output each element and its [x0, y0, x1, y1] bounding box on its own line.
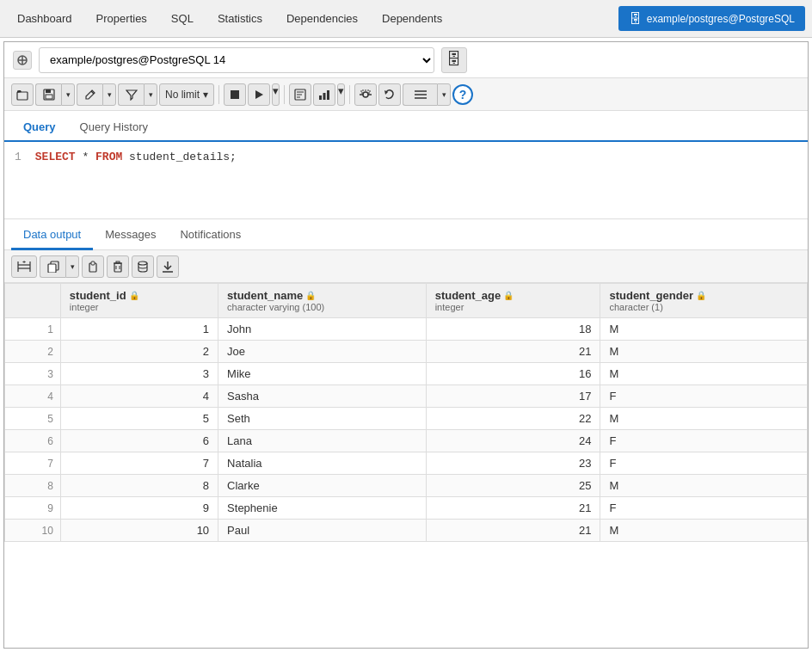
student-age-cell[interactable]: 22	[426, 408, 600, 430]
limit-select[interactable]: No limit ▾	[159, 83, 214, 106]
add-row-button[interactable]: +	[11, 255, 37, 278]
table-row[interactable]: 9 9 Stephenie 21 F	[5, 497, 808, 520]
table-row[interactable]: 2 2 Joe 21 M	[5, 341, 808, 363]
stop-button[interactable]	[224, 83, 246, 106]
nav-dashboard[interactable]: Dashboard	[7, 3, 83, 34]
tab-query-history[interactable]: Query History	[68, 114, 160, 142]
db-connect-icon[interactable]: 🗄	[441, 47, 467, 73]
student-name-cell[interactable]: Joe	[218, 341, 427, 363]
delete-row-button[interactable]	[107, 255, 129, 278]
student-name-cell[interactable]: Clarke	[218, 475, 427, 497]
student-gender-cell[interactable]: M	[600, 318, 808, 341]
connection-badge[interactable]: 🗄 example/postgres@PostgreSQL	[618, 6, 805, 31]
student-gender-cell[interactable]: M	[600, 363, 808, 385]
student-age-cell[interactable]: 21	[426, 520, 600, 542]
student-id-cell[interactable]: 1	[60, 318, 218, 341]
save-dropdown-arrow[interactable]: ▾	[61, 83, 75, 106]
run-button[interactable]	[248, 83, 270, 106]
download-button[interactable]	[157, 255, 179, 278]
student-gender-cell[interactable]: M	[600, 408, 808, 430]
filter-dropdown[interactable]: ▾	[118, 83, 157, 106]
student-name-cell[interactable]: Natalia	[218, 452, 427, 475]
student-id-cell[interactable]: 5	[60, 408, 218, 430]
save-button[interactable]	[35, 83, 61, 106]
analyze-button[interactable]	[313, 83, 335, 106]
nav-statistics[interactable]: Statistics	[207, 3, 273, 34]
student-age-cell[interactable]: 21	[426, 341, 600, 363]
student-gender-cell[interactable]: F	[600, 385, 808, 408]
nav-properties[interactable]: Properties	[86, 3, 157, 34]
nav-sql[interactable]: SQL	[161, 3, 204, 34]
student-age-cell[interactable]: 24	[426, 430, 600, 452]
sql-editor[interactable]: 1SELECT * FROM student_details;	[4, 142, 808, 219]
student-age-cell[interactable]: 17	[426, 385, 600, 408]
copy-button[interactable]	[40, 255, 65, 278]
options-button[interactable]	[403, 83, 437, 106]
tab-data-output[interactable]: Data output	[11, 221, 93, 250]
edit-dropdown-arrow[interactable]: ▾	[102, 83, 116, 106]
student-id-cell[interactable]: 9	[60, 497, 218, 520]
filter-dropdown-arrow[interactable]: ▾	[144, 83, 157, 106]
run-icon	[254, 89, 264, 100]
save-data-button[interactable]	[132, 255, 154, 278]
student-name-cell[interactable]: Lana	[218, 430, 427, 452]
student-name-cell[interactable]: Sasha	[218, 385, 427, 408]
edit-button[interactable]	[77, 83, 102, 106]
student-id-cell[interactable]: 3	[60, 363, 218, 385]
commit-button[interactable]	[354, 83, 377, 106]
student-gender-cell[interactable]: M	[600, 520, 808, 542]
analyze-dropdown-arrow[interactable]: ▾	[337, 83, 345, 106]
nav-dependencies[interactable]: Dependencies	[276, 3, 368, 34]
student-gender-cell[interactable]: F	[600, 452, 808, 475]
table-row[interactable]: 6 6 Lana 24 F	[5, 430, 808, 452]
connection-select[interactable]: example/postgres@PostgreSQL 14	[39, 47, 434, 73]
student-id-cell[interactable]: 4	[60, 385, 218, 408]
student-gender-cell[interactable]: F	[600, 430, 808, 452]
student-age-cell[interactable]: 16	[426, 363, 600, 385]
student-name-cell[interactable]: Mike	[218, 363, 427, 385]
plugin-icon[interactable]	[13, 51, 32, 70]
edit-dropdown[interactable]: ▾	[77, 83, 116, 106]
table-row[interactable]: 5 5 Seth 22 M	[5, 408, 808, 430]
student-name-cell[interactable]: Stephenie	[218, 497, 427, 520]
open-file-button[interactable]	[11, 83, 34, 106]
options-dropdown-arrow[interactable]: ▾	[437, 83, 451, 106]
table-row[interactable]: 3 3 Mike 16 M	[5, 363, 808, 385]
student-id-cell[interactable]: 2	[60, 341, 218, 363]
filter-button[interactable]	[118, 83, 144, 106]
student-id-cell[interactable]: 8	[60, 475, 218, 497]
student-id-cell[interactable]: 7	[60, 452, 218, 475]
table-row[interactable]: 4 4 Sasha 17 F	[5, 385, 808, 408]
student-age-cell[interactable]: 23	[426, 452, 600, 475]
save-dropdown[interactable]: ▾	[35, 83, 75, 106]
table-row[interactable]: 7 7 Natalia 23 F	[5, 452, 808, 475]
student-gender-cell[interactable]: M	[600, 475, 808, 497]
student-age-cell[interactable]: 25	[426, 475, 600, 497]
nav-dependents[interactable]: Dependents	[372, 3, 452, 34]
paste-button[interactable]	[82, 255, 104, 278]
copy-dropdown-arrow[interactable]: ▾	[65, 255, 79, 278]
student-name-cell[interactable]: John	[218, 318, 427, 341]
table-row[interactable]: 10 10 Paul 21 M	[5, 520, 808, 542]
table-row[interactable]: 8 8 Clarke 25 M	[5, 475, 808, 497]
tab-messages[interactable]: Messages	[93, 221, 168, 250]
student-name-cell[interactable]: Seth	[218, 408, 427, 430]
connection-bar: example/postgres@PostgreSQL 14 🗄	[4, 42, 808, 78]
student-age-cell[interactable]: 18	[426, 318, 600, 341]
line-number: 1	[15, 151, 22, 163]
student-id-cell[interactable]: 10	[60, 520, 218, 542]
tab-query[interactable]: Query	[11, 114, 68, 142]
explain-button[interactable]	[289, 83, 311, 106]
student-name-cell[interactable]: Paul	[218, 520, 427, 542]
run-dropdown-arrow[interactable]: ▾	[272, 83, 280, 106]
rollback-button[interactable]	[378, 83, 401, 106]
table-row[interactable]: 1 1 John 18 M	[5, 318, 808, 341]
help-button[interactable]: ?	[452, 84, 473, 105]
tab-notifications[interactable]: Notifications	[168, 221, 253, 250]
student-gender-cell[interactable]: F	[600, 497, 808, 520]
copy-dropdown[interactable]: ▾	[40, 255, 79, 278]
options-dropdown[interactable]: ▾	[403, 83, 451, 106]
student-age-cell[interactable]: 21	[426, 497, 600, 520]
student-gender-cell[interactable]: M	[600, 341, 808, 363]
student-id-cell[interactable]: 6	[60, 430, 218, 452]
